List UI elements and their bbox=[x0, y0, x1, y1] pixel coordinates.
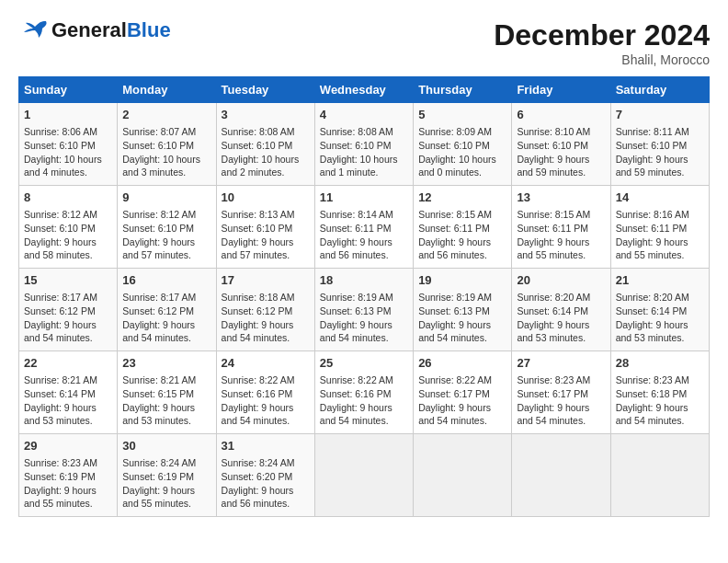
daylight-text: Daylight: 9 hours and 55 minutes. bbox=[517, 236, 589, 261]
day-number: 29 bbox=[24, 438, 112, 454]
daylight-text: Daylight: 9 hours and 55 minutes. bbox=[616, 236, 688, 261]
sunset-text: Sunset: 6:11 PM bbox=[320, 223, 392, 234]
sunrise-text: Sunrise: 8:14 AM bbox=[320, 209, 393, 220]
sunset-text: Sunset: 6:18 PM bbox=[616, 388, 688, 399]
daylight-text: Daylight: 9 hours and 54 minutes. bbox=[320, 402, 392, 427]
sunset-text: Sunset: 6:14 PM bbox=[24, 388, 96, 399]
daylight-text: Daylight: 10 hours and 2 minutes. bbox=[222, 154, 300, 178]
sunrise-text: Sunrise: 8:19 AM bbox=[320, 292, 393, 303]
sunset-text: Sunset: 6:19 PM bbox=[122, 471, 194, 482]
sunset-text: Sunset: 6:10 PM bbox=[222, 223, 293, 234]
logo-text: GeneralBlue bbox=[51, 18, 171, 42]
day-number: 18 bbox=[320, 272, 408, 289]
daylight-text: Daylight: 9 hours and 55 minutes. bbox=[122, 485, 195, 510]
sunset-text: Sunset: 6:10 PM bbox=[24, 140, 96, 151]
month-title: December 2024 bbox=[494, 18, 710, 52]
daylight-text: Daylight: 9 hours and 56 minutes. bbox=[418, 236, 491, 261]
sunset-text: Sunset: 6:10 PM bbox=[24, 223, 96, 234]
table-row: 10Sunrise: 8:13 AMSunset: 6:10 PMDayligh… bbox=[216, 186, 314, 269]
col-sunday: Sunday bbox=[19, 77, 118, 103]
table-row: 6Sunrise: 8:10 AMSunset: 6:10 PMDaylight… bbox=[512, 103, 610, 186]
sunset-text: Sunset: 6:17 PM bbox=[418, 388, 490, 399]
table-row: 15Sunrise: 8:17 AMSunset: 6:12 PMDayligh… bbox=[19, 269, 118, 351]
day-number: 7 bbox=[616, 107, 704, 123]
sunrise-text: Sunrise: 8:24 AM bbox=[222, 457, 295, 468]
daylight-text: Daylight: 10 hours and 3 minutes. bbox=[122, 154, 200, 178]
day-number: 5 bbox=[418, 107, 506, 123]
table-row: 27Sunrise: 8:23 AMSunset: 6:17 PMDayligh… bbox=[512, 351, 610, 434]
daylight-text: Daylight: 9 hours and 54 minutes. bbox=[418, 319, 491, 344]
col-friday: Friday bbox=[512, 77, 610, 103]
sunset-text: Sunset: 6:10 PM bbox=[616, 140, 688, 151]
calendar-header-row: Sunday Monday Tuesday Wednesday Thursday… bbox=[19, 77, 710, 103]
day-number: 10 bbox=[222, 190, 310, 206]
col-tuesday: Tuesday bbox=[216, 77, 314, 103]
day-number: 12 bbox=[418, 190, 506, 206]
table-row: 26Sunrise: 8:22 AMSunset: 6:17 PMDayligh… bbox=[414, 351, 512, 434]
table-row: 3Sunrise: 8:08 AMSunset: 6:10 PMDaylight… bbox=[216, 103, 314, 186]
sunset-text: Sunset: 6:13 PM bbox=[418, 305, 490, 316]
sunrise-text: Sunrise: 8:07 AM bbox=[122, 126, 196, 137]
sunset-text: Sunset: 6:12 PM bbox=[122, 305, 194, 316]
day-number: 4 bbox=[320, 107, 408, 123]
table-row: 5Sunrise: 8:09 AMSunset: 6:10 PMDaylight… bbox=[414, 103, 512, 186]
table-row: 30Sunrise: 8:24 AMSunset: 6:19 PMDayligh… bbox=[118, 434, 216, 517]
sunset-text: Sunset: 6:12 PM bbox=[222, 305, 293, 316]
daylight-text: Daylight: 9 hours and 54 minutes. bbox=[222, 402, 294, 427]
sunset-text: Sunset: 6:15 PM bbox=[122, 388, 194, 399]
sunrise-text: Sunrise: 8:23 AM bbox=[517, 374, 590, 385]
col-wednesday: Wednesday bbox=[314, 77, 413, 103]
table-row bbox=[512, 434, 610, 517]
daylight-text: Daylight: 10 hours and 0 minutes. bbox=[418, 154, 496, 178]
day-number: 22 bbox=[24, 355, 112, 372]
calendar-row: 1Sunrise: 8:06 AMSunset: 6:10 PMDaylight… bbox=[19, 103, 710, 186]
sunrise-text: Sunrise: 8:06 AM bbox=[24, 126, 97, 137]
sunrise-text: Sunrise: 8:22 AM bbox=[222, 374, 295, 385]
table-row: 23Sunrise: 8:21 AMSunset: 6:15 PMDayligh… bbox=[118, 351, 216, 434]
day-number: 14 bbox=[616, 190, 704, 206]
sunset-text: Sunset: 6:14 PM bbox=[616, 305, 688, 316]
sunrise-text: Sunrise: 8:11 AM bbox=[616, 126, 689, 137]
title-section: December 2024 Bhalil, Morocco bbox=[494, 18, 710, 67]
table-row: 12Sunrise: 8:15 AMSunset: 6:11 PMDayligh… bbox=[414, 186, 512, 269]
sunrise-text: Sunrise: 8:17 AM bbox=[122, 292, 196, 303]
col-monday: Monday bbox=[118, 77, 216, 103]
table-row: 17Sunrise: 8:18 AMSunset: 6:12 PMDayligh… bbox=[216, 269, 314, 351]
table-row: 8Sunrise: 8:12 AMSunset: 6:10 PMDaylight… bbox=[19, 186, 118, 269]
table-row: 21Sunrise: 8:20 AMSunset: 6:14 PMDayligh… bbox=[610, 269, 709, 351]
sunrise-text: Sunrise: 8:22 AM bbox=[320, 374, 393, 385]
daylight-text: Daylight: 9 hours and 54 minutes. bbox=[24, 319, 97, 344]
calendar-row: 22Sunrise: 8:21 AMSunset: 6:14 PMDayligh… bbox=[19, 351, 710, 434]
table-row bbox=[414, 434, 512, 517]
table-row: 2Sunrise: 8:07 AMSunset: 6:10 PMDaylight… bbox=[118, 103, 216, 186]
sunrise-text: Sunrise: 8:15 AM bbox=[418, 209, 492, 220]
sunrise-text: Sunrise: 8:23 AM bbox=[24, 457, 97, 468]
day-number: 15 bbox=[24, 272, 112, 289]
daylight-text: Daylight: 9 hours and 54 minutes. bbox=[517, 402, 589, 427]
calendar-row: 8Sunrise: 8:12 AMSunset: 6:10 PMDaylight… bbox=[19, 186, 710, 269]
day-number: 6 bbox=[517, 107, 605, 123]
day-number: 24 bbox=[222, 355, 310, 372]
daylight-text: Daylight: 9 hours and 55 minutes. bbox=[24, 485, 97, 510]
day-number: 9 bbox=[122, 190, 210, 206]
sunset-text: Sunset: 6:17 PM bbox=[517, 388, 588, 399]
sunrise-text: Sunrise: 8:16 AM bbox=[616, 209, 689, 220]
daylight-text: Daylight: 9 hours and 57 minutes. bbox=[222, 236, 294, 261]
sunset-text: Sunset: 6:12 PM bbox=[24, 305, 96, 316]
table-row: 31Sunrise: 8:24 AMSunset: 6:20 PMDayligh… bbox=[216, 434, 314, 517]
daylight-text: Daylight: 10 hours and 4 minutes. bbox=[24, 154, 102, 178]
table-row: 14Sunrise: 8:16 AMSunset: 6:11 PMDayligh… bbox=[610, 186, 709, 269]
sunset-text: Sunset: 6:10 PM bbox=[517, 140, 588, 151]
sunrise-text: Sunrise: 8:21 AM bbox=[122, 374, 196, 385]
table-row: 1Sunrise: 8:06 AMSunset: 6:10 PMDaylight… bbox=[19, 103, 118, 186]
day-number: 31 bbox=[222, 438, 310, 454]
day-number: 11 bbox=[320, 190, 408, 206]
daylight-text: Daylight: 10 hours and 1 minute. bbox=[320, 154, 398, 178]
table-row: 29Sunrise: 8:23 AMSunset: 6:19 PMDayligh… bbox=[19, 434, 118, 517]
day-number: 20 bbox=[517, 272, 605, 289]
sunrise-text: Sunrise: 8:09 AM bbox=[418, 126, 492, 137]
daylight-text: Daylight: 9 hours and 53 minutes. bbox=[122, 402, 195, 427]
sunrise-text: Sunrise: 8:08 AM bbox=[320, 126, 393, 137]
page-header: GeneralBlue December 2024 Bhalil, Morocc… bbox=[18, 18, 710, 67]
table-row: 19Sunrise: 8:19 AMSunset: 6:13 PMDayligh… bbox=[414, 269, 512, 351]
